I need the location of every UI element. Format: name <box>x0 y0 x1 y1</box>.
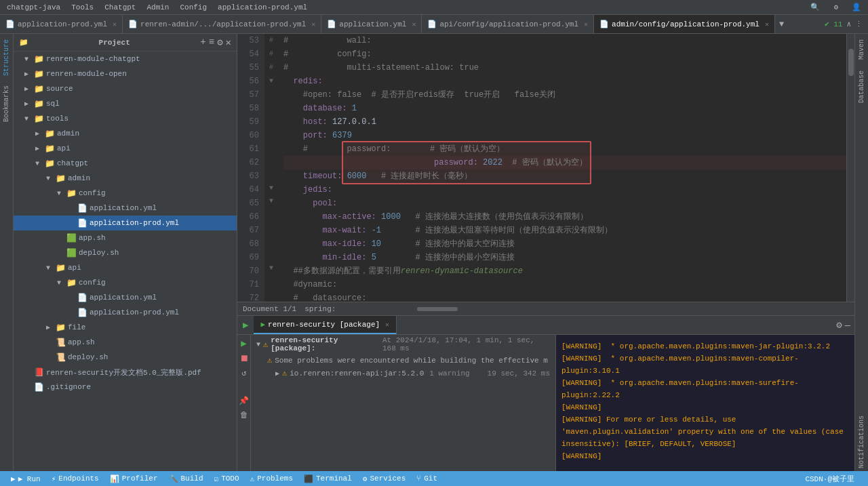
status-services[interactable]: ⚙ Services <box>357 474 411 483</box>
tabs-overflow[interactable]: ▼ <box>775 15 788 33</box>
status-terminal[interactable]: ⬛ Terminal <box>298 474 357 483</box>
run-icon-stop[interactable]: ⏹ <box>239 353 249 364</box>
tab-application-yml[interactable]: 📄 application.yml ✕ <box>321 15 422 33</box>
tab-overflow-icon[interactable]: ⋮ <box>855 20 863 28</box>
status-git[interactable]: ⑂ Git <box>411 474 443 483</box>
tree-item-chatgpt-appsh[interactable]: 📜 app.sh <box>14 335 237 350</box>
top-bar-settings-icon[interactable]: ⚙ <box>829 3 842 12</box>
run-item-renren-api[interactable]: ▶ ⚠ io.renren:renren-api:jar:5.2.0 1 war… <box>251 367 555 380</box>
tree-item-chatgpt-admin-deploysh[interactable]: 🟩 deploy.sh <box>14 245 237 260</box>
side-icon-notifications[interactable]: Notifications <box>858 413 865 471</box>
tree-item-api-application-prod-yml[interactable]: 📄 application-prod.yml <box>14 305 237 320</box>
code-line-69: min-idle: 5 # 连接池中的最小空闲连接 <box>283 251 846 264</box>
run-play-icon[interactable]: ▶ <box>243 319 248 331</box>
tab-api-config-app-prod[interactable]: 📄 api/config/application-prod.yml ✕ <box>422 15 594 33</box>
run-icon-pin[interactable]: 📌 <box>239 396 249 406</box>
left-icon-structure[interactable]: Structure <box>3 37 10 79</box>
tab-close-3[interactable]: ✕ <box>412 20 416 28</box>
tree-item-api-application-yml[interactable]: 📄 application.yml <box>14 290 237 305</box>
code-line-67: max-wait: -1 # 连接池最大阻塞等待时间（使用负值表示没有限制） <box>283 224 846 237</box>
top-bar-config[interactable]: Config <box>176 3 211 12</box>
tab-close-5[interactable]: ✕ <box>765 20 769 28</box>
side-icon-database[interactable]: Database <box>858 68 865 106</box>
bottom-panel: ▶ ▶ renren-security [package] ✕ ⚙ — ▶ ⏹ <box>237 315 854 471</box>
tree-item-sql[interactable]: ▶ 📁 sql <box>14 96 237 111</box>
tab-checkmark-icon: ✔ 11 <box>825 20 842 28</box>
top-bar-user-icon[interactable]: 👤 <box>848 3 865 12</box>
top-bar-project[interactable]: chatgpt-java <box>3 3 64 12</box>
tab-application-prod-1[interactable]: 📄 application-prod.yml ✕ <box>0 15 123 33</box>
tab-expand-icon[interactable]: ∧ <box>846 20 851 28</box>
status-build-icon: 🔨 <box>169 474 178 483</box>
sidebar-actions: + ≡ ⚙ ✕ <box>200 37 231 48</box>
tab-renren-admin-app-prod[interactable]: 📄 renren-admin/.../application-prod.yml … <box>123 15 321 33</box>
tree-item-chatgpt-api-config[interactable]: ▼ 📁 config <box>14 275 237 290</box>
status-problems[interactable]: ⚠ Problems <box>245 474 298 483</box>
code-editor: 53 54 55 56 57 58 59 60 61 62 63 64 65 6… <box>237 34 854 302</box>
run-item-problems-warn[interactable]: ⚠ Some problems were encountered while b… <box>251 354 555 367</box>
code-line-64: jedis: <box>283 183 846 197</box>
top-bar-tools[interactable]: Tools <box>67 3 98 12</box>
code-line-72: # datasource: <box>283 291 846 302</box>
tree-item-tools[interactable]: ▼ 📁 tools <box>14 111 237 126</box>
tree-item-tools-admin[interactable]: ▶ 📁 admin <box>14 126 237 141</box>
tab-close-1[interactable]: ✕ <box>113 20 117 28</box>
tree-item-tools-api[interactable]: ▶ 📁 api <box>14 141 237 156</box>
sidebar-action-filter[interactable]: ⚙ <box>217 37 222 48</box>
bottom-tab-actions: ⚙ — <box>832 319 854 331</box>
tree-item-gitignore[interactable]: 📄 .gitignore <box>14 380 237 394</box>
tab-icon-1: 📄 <box>5 20 15 28</box>
status-todo[interactable]: ☑ TODO <box>209 474 245 483</box>
tree-item-chatgpt-admin-appsh[interactable]: 🟩 app.sh <box>14 230 237 245</box>
code-line-65: pool: <box>283 197 846 210</box>
top-bar-file[interactable]: application-prod.yml <box>214 3 311 12</box>
bottom-action-minimize[interactable]: — <box>845 320 850 331</box>
code-content[interactable]: # wall: # config: # multi-statement-allo… <box>278 34 846 302</box>
tree-item-renren-module-chatgpt[interactable]: ▼ 📁 renren-module-chatgpt <box>14 52 237 66</box>
tree-item-pdf[interactable]: 📕 renren-security开发文档5.0_完整版.pdf <box>14 365 237 380</box>
run-item-label-2: Some problems were encountered while bui… <box>275 357 548 365</box>
tree-item-tools-chatgpt[interactable]: ▼ 📁 chatgpt <box>14 156 237 171</box>
top-bar-chatgpt[interactable]: Chatgpt <box>100 3 140 12</box>
status-build[interactable]: 🔨 Build <box>163 474 209 483</box>
tab-run-close[interactable]: ✕ <box>385 321 389 329</box>
status-run[interactable]: ▶ ▶ Run <box>5 474 46 483</box>
sidebar-action-collapse[interactable]: ≡ <box>209 37 214 48</box>
run-icon-play[interactable]: ▶ <box>241 338 246 349</box>
sidebar-action-close[interactable]: ✕ <box>226 37 231 48</box>
sidebar-action-add[interactable]: + <box>200 37 205 48</box>
tab-close-4[interactable]: ✕ <box>584 20 588 28</box>
top-bar-admin[interactable]: Admin <box>142 3 173 12</box>
run-icon-rerun[interactable]: ↺ <box>241 368 246 378</box>
editor-scrollbar[interactable] <box>846 34 854 302</box>
tree-item-application-yml[interactable]: 📄 application.yml <box>14 201 237 216</box>
tree-item-renren-module-open[interactable]: ▶ 📁 renren-module-open <box>14 66 237 81</box>
code-line-66: max-active: 1000 # 连接池最大连接数（使用负值表示没有限制） <box>283 210 846 224</box>
tab-icon-3: 📄 <box>327 20 336 28</box>
run-item-security-package[interactable]: ▼ ⚠ renren-security [package]: At 2024/1… <box>251 335 555 354</box>
code-line-58: database: 1 <box>283 102 846 115</box>
tab-run[interactable]: ▶ renren-security [package] ✕ <box>254 316 397 334</box>
status-profiler[interactable]: 📊 Profiler <box>104 474 163 483</box>
run-icon-trash[interactable]: 🗑 <box>240 410 248 420</box>
top-bar-search-icon[interactable]: 🔍 <box>806 3 824 12</box>
status-problems-label: Problems <box>257 474 293 483</box>
tab-close-2[interactable]: ✕ <box>311 20 315 28</box>
tree-item-application-prod-yml[interactable]: 📄 application-prod.yml <box>14 216 237 230</box>
tab-admin-config-app-prod[interactable]: 📄 admin/config/application-prod.yml ✕ <box>594 15 775 33</box>
status-run-label: ▶ Run <box>18 474 41 483</box>
console-line-1: [WARNING] * org.apache.maven.plugins:mav… <box>561 340 849 352</box>
status-endpoints[interactable]: ⚡ Endpoints <box>46 474 104 483</box>
status-terminal-label: Terminal <box>316 474 352 483</box>
tree-item-chatgpt-admin-config[interactable]: ▼ 📁 config <box>14 186 237 201</box>
tree-item-file[interactable]: ▶ 📁 file <box>14 320 237 335</box>
tree-item-chatgpt-deploysh[interactable]: 📜 deploy.sh <box>14 350 237 365</box>
side-icon-maven[interactable]: Maven <box>858 37 865 62</box>
left-icon-bookmarks[interactable]: Bookmarks <box>3 83 10 125</box>
tree-item-chatgpt-api[interactable]: ▼ 📁 api <box>14 260 237 275</box>
bottom-action-settings[interactable]: ⚙ <box>836 319 842 331</box>
tree-item-chatgpt-admin[interactable]: ▼ 📁 admin <box>14 171 237 186</box>
run-console[interactable]: [WARNING] * org.apache.maven.plugins:mav… <box>556 335 854 471</box>
editor-hscrollbar[interactable] <box>349 306 620 312</box>
tree-item-source[interactable]: ▶ 📁 source <box>14 81 237 96</box>
